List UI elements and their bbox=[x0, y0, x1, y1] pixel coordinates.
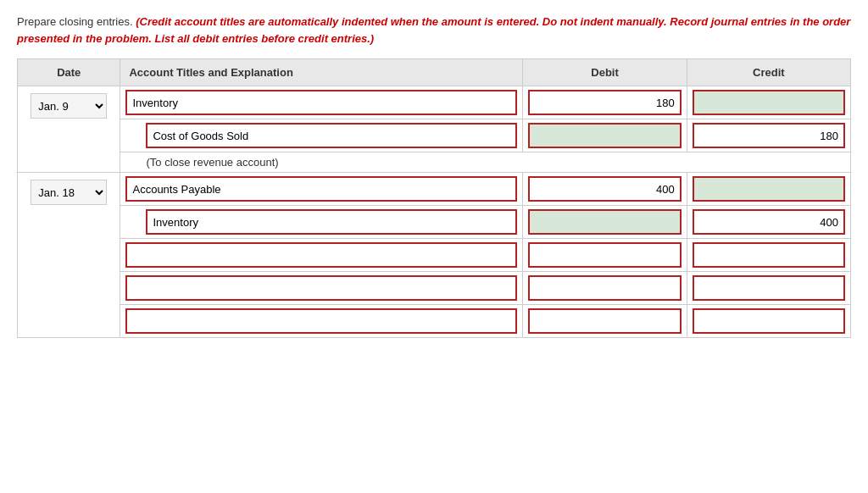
credit-cell bbox=[687, 86, 850, 119]
header-credit: Credit bbox=[687, 59, 850, 86]
debit-cell bbox=[523, 119, 687, 152]
debit-cell bbox=[523, 206, 687, 239]
table-row bbox=[18, 305, 851, 338]
debit-cell bbox=[523, 86, 687, 119]
debit-input[interactable] bbox=[528, 90, 681, 115]
account-cell bbox=[120, 173, 523, 206]
account-cell bbox=[120, 305, 523, 338]
account-input[interactable] bbox=[146, 209, 517, 235]
credit-input[interactable] bbox=[693, 176, 845, 202]
debit-input[interactable] bbox=[528, 176, 681, 202]
credit-cell bbox=[687, 239, 850, 272]
credit-cell bbox=[687, 173, 850, 206]
debit-input[interactable] bbox=[528, 275, 681, 301]
credit-cell bbox=[687, 119, 850, 152]
debit-cell bbox=[523, 305, 687, 338]
account-input[interactable] bbox=[146, 123, 517, 148]
account-input[interactable] bbox=[125, 308, 517, 334]
account-cell bbox=[120, 86, 523, 119]
debit-cell bbox=[523, 272, 687, 305]
credit-cell bbox=[687, 272, 850, 305]
table-row bbox=[18, 272, 851, 305]
table-row bbox=[18, 119, 851, 152]
account-input[interactable] bbox=[125, 242, 517, 268]
account-input[interactable] bbox=[125, 275, 517, 301]
account-input[interactable] bbox=[125, 90, 517, 115]
debit-cell bbox=[523, 173, 687, 206]
table-row bbox=[18, 239, 851, 272]
header-debit: Debit bbox=[523, 59, 687, 86]
credit-input[interactable] bbox=[693, 123, 845, 148]
header-date: Date bbox=[18, 59, 120, 86]
date-select[interactable]: Jan. 9Jan. 18Jan. 25Feb. 1 bbox=[31, 180, 107, 205]
account-cell bbox=[120, 239, 523, 272]
journal-table: Date Account Titles and Explanation Debi… bbox=[17, 58, 851, 338]
credit-cell bbox=[687, 305, 850, 338]
debit-input[interactable] bbox=[528, 123, 681, 148]
table-row: Jan. 9Jan. 18Jan. 25Feb. 1 bbox=[18, 86, 851, 119]
date-cell: Jan. 9Jan. 18Jan. 25Feb. 1 bbox=[18, 86, 120, 173]
instructions-normal: Prepare closing entries. bbox=[17, 15, 133, 28]
debit-input[interactable] bbox=[528, 209, 681, 235]
debit-cell bbox=[523, 239, 687, 272]
table-row bbox=[18, 206, 851, 239]
credit-cell bbox=[687, 206, 850, 239]
table-row: (To close revenue account) bbox=[18, 152, 851, 173]
table-row: Jan. 9Jan. 18Jan. 25Feb. 1 bbox=[18, 173, 851, 206]
debit-input[interactable] bbox=[528, 242, 681, 268]
account-input[interactable] bbox=[125, 176, 517, 202]
account-cell bbox=[120, 206, 523, 239]
account-cell bbox=[120, 119, 523, 152]
account-cell bbox=[120, 272, 523, 305]
credit-input[interactable] bbox=[693, 275, 845, 301]
debit-input[interactable] bbox=[528, 308, 681, 334]
credit-input[interactable] bbox=[693, 242, 845, 268]
header-account: Account Titles and Explanation bbox=[120, 59, 523, 86]
credit-input[interactable] bbox=[693, 90, 845, 115]
instructions-italic: (Credit account titles are automatically… bbox=[17, 15, 850, 45]
credit-input[interactable] bbox=[693, 209, 845, 235]
date-select[interactable]: Jan. 9Jan. 18Jan. 25Feb. 1 bbox=[31, 93, 107, 119]
credit-input[interactable] bbox=[693, 308, 845, 334]
note-cell: (To close revenue account) bbox=[120, 152, 851, 173]
date-cell: Jan. 9Jan. 18Jan. 25Feb. 1 bbox=[18, 173, 120, 338]
instructions: Prepare closing entries. (Credit account… bbox=[17, 14, 851, 47]
